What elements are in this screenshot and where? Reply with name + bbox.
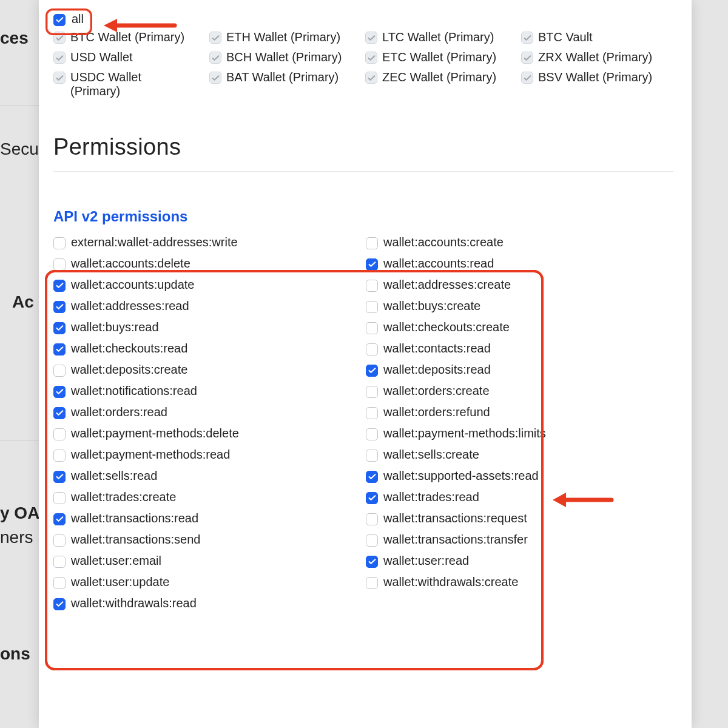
checkbox[interactable] bbox=[53, 386, 66, 398]
permission-item[interactable]: external:wallet-addresses:write bbox=[53, 234, 361, 251]
permission-item[interactable]: wallet:transactions:request bbox=[366, 510, 673, 527]
checkbox[interactable] bbox=[521, 52, 533, 64]
permission-item[interactable]: wallet:deposits:create bbox=[53, 361, 361, 379]
permission-item[interactable]: wallet:transactions:read bbox=[53, 510, 361, 527]
permission-item[interactable]: wallet:trades:create bbox=[53, 488, 361, 506]
checkbox[interactable] bbox=[366, 280, 378, 292]
permission-item[interactable]: wallet:user:email bbox=[53, 552, 361, 570]
checkbox[interactable] bbox=[53, 407, 66, 419]
wallet-item[interactable]: ETC Wallet (Primary) bbox=[365, 49, 517, 66]
wallet-item[interactable]: USD Wallet bbox=[53, 49, 206, 66]
checkbox[interactable] bbox=[366, 471, 378, 483]
wallet-item[interactable]: BAT Wallet (Primary) bbox=[209, 69, 362, 100]
checkbox[interactable] bbox=[366, 386, 378, 398]
checkbox[interactable] bbox=[53, 258, 66, 271]
permission-item[interactable]: wallet:notifications:read bbox=[53, 382, 361, 400]
permission-item[interactable]: wallet:buys:read bbox=[53, 318, 361, 336]
checkbox[interactable] bbox=[53, 577, 66, 589]
wallet-item[interactable]: ZEC Wallet (Primary) bbox=[365, 69, 517, 100]
checkbox[interactable] bbox=[209, 72, 221, 84]
permission-item[interactable]: wallet:withdrawals:read bbox=[53, 595, 361, 612]
checkbox[interactable] bbox=[366, 577, 378, 589]
checkbox[interactable] bbox=[53, 343, 66, 356]
checkbox[interactable] bbox=[366, 343, 378, 356]
permission-label: wallet:payment-methods:read bbox=[71, 448, 230, 462]
permission-item[interactable]: wallet:supported-assets:read bbox=[366, 467, 673, 485]
permission-item[interactable]: wallet:payment-methods:limits bbox=[366, 425, 673, 442]
permission-item[interactable]: wallet:deposits:read bbox=[366, 361, 673, 379]
checkbox[interactable] bbox=[366, 365, 378, 377]
permission-item[interactable]: wallet:accounts:delete bbox=[53, 255, 361, 272]
permission-item[interactable]: wallet:sells:read bbox=[53, 467, 361, 485]
checkbox[interactable] bbox=[365, 32, 377, 44]
checkbox[interactable] bbox=[53, 598, 66, 610]
permission-label: wallet:deposits:create bbox=[71, 363, 187, 377]
checkbox[interactable] bbox=[365, 72, 377, 84]
permission-item[interactable]: wallet:withdrawals:create bbox=[366, 573, 673, 591]
checkbox-all[interactable] bbox=[53, 14, 66, 26]
permission-item[interactable]: wallet:accounts:update bbox=[53, 276, 361, 294]
permission-label: wallet:addresses:create bbox=[383, 278, 511, 292]
checkbox[interactable] bbox=[53, 322, 66, 334]
checkbox[interactable] bbox=[366, 513, 378, 525]
wallet-item[interactable]: LTC Wallet (Primary) bbox=[365, 29, 517, 46]
wallet-item[interactable]: ETH Wallet (Primary) bbox=[209, 29, 362, 46]
checkbox[interactable] bbox=[53, 471, 66, 483]
checkbox[interactable] bbox=[53, 428, 66, 440]
permission-item[interactable]: wallet:transactions:send bbox=[53, 531, 361, 548]
permission-item[interactable]: wallet:trades:read bbox=[366, 488, 673, 506]
permission-item[interactable]: wallet:payment-methods:read bbox=[53, 446, 361, 463]
checkbox[interactable] bbox=[53, 513, 66, 525]
checkbox[interactable] bbox=[366, 237, 378, 249]
checkbox[interactable] bbox=[366, 258, 378, 271]
checkbox[interactable] bbox=[53, 492, 66, 504]
checkbox[interactable] bbox=[53, 237, 66, 249]
permission-item[interactable]: wallet:addresses:create bbox=[366, 276, 673, 294]
permission-item[interactable]: wallet:buys:create bbox=[366, 297, 673, 315]
checkbox[interactable] bbox=[366, 407, 378, 419]
permission-item[interactable]: wallet:orders:create bbox=[366, 382, 673, 400]
checkbox[interactable] bbox=[53, 450, 66, 462]
checkbox[interactable] bbox=[53, 556, 66, 568]
checkbox[interactable] bbox=[209, 32, 221, 44]
permission-item[interactable]: wallet:addresses:read bbox=[53, 297, 361, 315]
checkbox[interactable] bbox=[366, 428, 378, 440]
checkbox[interactable] bbox=[53, 32, 66, 44]
permission-item[interactable]: wallet:orders:read bbox=[53, 403, 361, 421]
permission-item[interactable]: wallet:contacts:read bbox=[366, 340, 673, 357]
checkbox[interactable] bbox=[53, 301, 66, 313]
checkbox[interactable] bbox=[366, 450, 378, 462]
checkbox[interactable] bbox=[53, 72, 66, 84]
checkbox[interactable] bbox=[53, 280, 66, 292]
permission-item[interactable]: wallet:checkouts:create bbox=[366, 318, 673, 336]
permission-item[interactable]: wallet:user:read bbox=[366, 552, 673, 570]
wallet-item[interactable]: USDC Wallet (Primary) bbox=[53, 69, 206, 100]
checkbox[interactable] bbox=[366, 556, 378, 568]
permission-item[interactable]: wallet:orders:refund bbox=[366, 403, 673, 421]
wallet-item[interactable]: ZRX Wallet (Primary) bbox=[521, 49, 673, 66]
permission-item[interactable]: wallet:sells:create bbox=[366, 446, 673, 463]
checkbox[interactable] bbox=[521, 72, 533, 84]
checkbox[interactable] bbox=[365, 52, 377, 64]
permission-label: wallet:sells:create bbox=[383, 448, 479, 462]
wallet-item[interactable]: BCH Wallet (Primary) bbox=[209, 49, 362, 66]
wallet-item[interactable]: BSV Wallet (Primary) bbox=[521, 69, 673, 100]
checkbox[interactable] bbox=[53, 534, 66, 547]
checkbox[interactable] bbox=[366, 301, 378, 313]
permission-item[interactable]: wallet:payment-methods:delete bbox=[53, 425, 361, 442]
permission-item[interactable]: wallet:accounts:read bbox=[366, 255, 673, 272]
checkbox[interactable] bbox=[53, 52, 66, 64]
permission-item[interactable]: wallet:checkouts:read bbox=[53, 340, 361, 357]
permission-item[interactable]: wallet:transactions:transfer bbox=[366, 531, 673, 548]
wallet-item[interactable]: BTC Wallet (Primary) bbox=[53, 29, 206, 46]
wallet-item[interactable]: BTC Vault bbox=[521, 29, 673, 46]
permission-item[interactable]: wallet:accounts:create bbox=[366, 234, 673, 251]
checkbox[interactable] bbox=[53, 365, 66, 377]
checkbox[interactable] bbox=[366, 492, 378, 504]
checkbox[interactable] bbox=[366, 322, 378, 334]
permission-item[interactable]: wallet:user:update bbox=[53, 573, 361, 591]
wallet-all-row[interactable]: all bbox=[53, 12, 673, 26]
checkbox[interactable] bbox=[521, 32, 533, 44]
checkbox[interactable] bbox=[366, 534, 378, 547]
checkbox[interactable] bbox=[209, 52, 221, 64]
